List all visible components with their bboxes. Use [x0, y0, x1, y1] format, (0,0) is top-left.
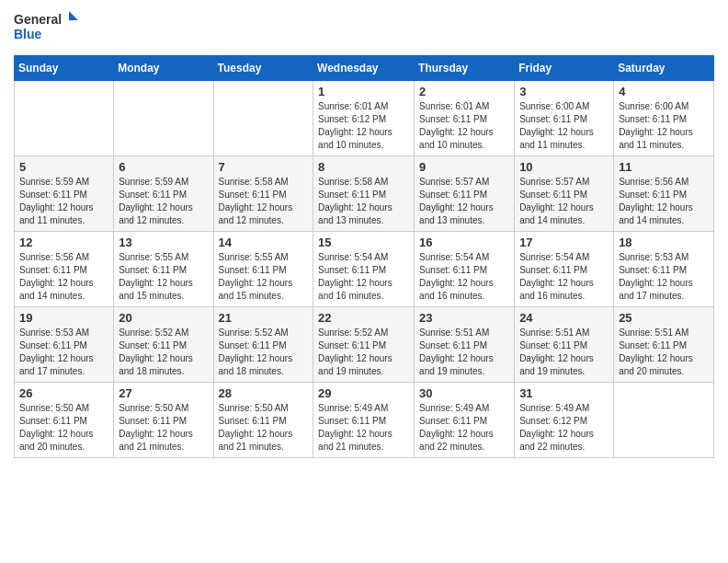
calendar-cell: 30Sunrise: 5:49 AM Sunset: 6:11 PM Dayli… [415, 383, 515, 458]
day-number: 9 [419, 160, 509, 174]
day-info: Sunrise: 6:00 AM Sunset: 6:11 PM Dayligh… [519, 100, 609, 152]
day-number: 1 [318, 85, 409, 98]
calendar-cell: 9Sunrise: 5:57 AM Sunset: 6:11 PM Daylig… [415, 156, 515, 232]
day-number: 3 [519, 85, 609, 98]
calendar-cell: 14Sunrise: 5:55 AM Sunset: 6:11 PM Dayli… [213, 232, 313, 307]
calendar-cell: 8Sunrise: 5:58 AM Sunset: 6:11 PM Daylig… [313, 156, 415, 232]
day-info: Sunrise: 5:57 AM Sunset: 6:11 PM Dayligh… [419, 176, 509, 227]
day-info: Sunrise: 6:01 AM Sunset: 6:12 PM Dayligh… [318, 100, 409, 152]
day-info: Sunrise: 5:58 AM Sunset: 6:11 PM Dayligh… [219, 176, 309, 227]
day-number: 14 [219, 236, 309, 249]
day-info: Sunrise: 5:54 AM Sunset: 6:11 PM Dayligh… [318, 251, 409, 303]
day-number: 26 [19, 386, 108, 400]
calendar-cell: 12Sunrise: 5:56 AM Sunset: 6:11 PM Dayli… [15, 232, 114, 307]
day-info: Sunrise: 5:55 AM Sunset: 6:11 PM Dayligh… [119, 251, 208, 303]
day-number: 17 [519, 236, 609, 249]
day-number: 11 [619, 160, 709, 174]
logo: General Blue [14, 9, 78, 48]
svg-text:Blue: Blue [14, 27, 42, 41]
calendar-cell: 4Sunrise: 6:00 AM Sunset: 6:11 PM Daylig… [614, 81, 714, 156]
svg-text:General: General [14, 12, 62, 27]
weekday-header: Wednesday [313, 56, 415, 81]
calendar-cell: 13Sunrise: 5:55 AM Sunset: 6:11 PM Dayli… [114, 232, 213, 307]
calendar-cell: 5Sunrise: 5:59 AM Sunset: 6:11 PM Daylig… [15, 156, 114, 232]
day-info: Sunrise: 5:54 AM Sunset: 6:11 PM Dayligh… [519, 251, 609, 303]
calendar-cell: 25Sunrise: 5:51 AM Sunset: 6:11 PM Dayli… [614, 307, 714, 383]
calendar-cell: 16Sunrise: 5:54 AM Sunset: 6:11 PM Dayli… [415, 232, 515, 307]
calendar-week-row: 1Sunrise: 6:01 AM Sunset: 6:12 PM Daylig… [15, 81, 714, 156]
day-number: 24 [519, 311, 609, 325]
day-number: 5 [19, 160, 108, 174]
day-number: 22 [318, 311, 409, 325]
day-number: 16 [419, 236, 509, 249]
day-number: 20 [119, 311, 208, 325]
calendar-cell: 11Sunrise: 5:56 AM Sunset: 6:11 PM Dayli… [614, 156, 714, 232]
calendar-cell: 26Sunrise: 5:50 AM Sunset: 6:11 PM Dayli… [15, 383, 114, 458]
calendar-cell: 20Sunrise: 5:52 AM Sunset: 6:11 PM Dayli… [114, 307, 213, 383]
day-info: Sunrise: 5:54 AM Sunset: 6:11 PM Dayligh… [419, 251, 509, 303]
calendar-cell: 22Sunrise: 5:52 AM Sunset: 6:11 PM Dayli… [313, 307, 415, 383]
calendar-cell: 17Sunrise: 5:54 AM Sunset: 6:11 PM Dayli… [515, 232, 614, 307]
day-info: Sunrise: 5:50 AM Sunset: 6:11 PM Dayligh… [19, 402, 108, 454]
calendar-cell: 31Sunrise: 5:49 AM Sunset: 6:12 PM Dayli… [515, 383, 614, 458]
calendar-cell: 29Sunrise: 5:49 AM Sunset: 6:11 PM Dayli… [313, 383, 415, 458]
weekday-header: Sunday [15, 56, 114, 81]
weekday-header: Thursday [415, 56, 515, 81]
calendar-cell: 6Sunrise: 5:59 AM Sunset: 6:11 PM Daylig… [114, 156, 213, 232]
weekday-header: Friday [515, 56, 614, 81]
day-info: Sunrise: 5:56 AM Sunset: 6:11 PM Dayligh… [19, 251, 108, 303]
day-info: Sunrise: 5:52 AM Sunset: 6:11 PM Dayligh… [119, 327, 208, 378]
calendar-cell: 15Sunrise: 5:54 AM Sunset: 6:11 PM Dayli… [313, 232, 415, 307]
calendar-cell: 19Sunrise: 5:53 AM Sunset: 6:11 PM Dayli… [15, 307, 114, 383]
day-info: Sunrise: 5:58 AM Sunset: 6:11 PM Dayligh… [318, 176, 409, 227]
weekday-header: Tuesday [213, 56, 313, 81]
day-number: 28 [219, 386, 309, 400]
weekday-header: Saturday [614, 56, 714, 81]
calendar-cell: 7Sunrise: 5:58 AM Sunset: 6:11 PM Daylig… [213, 156, 313, 232]
day-number: 23 [419, 311, 509, 325]
day-info: Sunrise: 5:49 AM Sunset: 6:12 PM Dayligh… [519, 402, 609, 454]
calendar-cell [614, 383, 714, 458]
calendar-cell [15, 81, 114, 156]
day-number: 19 [19, 311, 108, 325]
day-number: 7 [219, 160, 309, 174]
day-info: Sunrise: 5:49 AM Sunset: 6:11 PM Dayligh… [419, 402, 509, 454]
calendar-cell: 27Sunrise: 5:50 AM Sunset: 6:11 PM Dayli… [114, 383, 213, 458]
day-number: 8 [318, 160, 409, 174]
day-info: Sunrise: 5:55 AM Sunset: 6:11 PM Dayligh… [219, 251, 309, 303]
calendar-cell: 2Sunrise: 6:01 AM Sunset: 6:11 PM Daylig… [415, 81, 515, 156]
logo-svg: General Blue [14, 9, 78, 48]
page-header: General Blue [14, 9, 714, 48]
day-number: 10 [519, 160, 609, 174]
day-number: 25 [619, 311, 709, 325]
day-number: 21 [219, 311, 309, 325]
weekday-header: Monday [114, 56, 213, 81]
calendar-cell [213, 81, 313, 156]
calendar-cell: 18Sunrise: 5:53 AM Sunset: 6:11 PM Dayli… [614, 232, 714, 307]
day-info: Sunrise: 5:56 AM Sunset: 6:11 PM Dayligh… [619, 176, 709, 227]
day-number: 18 [619, 236, 709, 249]
day-info: Sunrise: 5:49 AM Sunset: 6:11 PM Dayligh… [318, 402, 409, 454]
day-number: 2 [419, 85, 509, 98]
calendar-cell: 3Sunrise: 6:00 AM Sunset: 6:11 PM Daylig… [515, 81, 614, 156]
calendar-cell [114, 81, 213, 156]
day-number: 27 [119, 386, 208, 400]
day-info: Sunrise: 5:53 AM Sunset: 6:11 PM Dayligh… [619, 251, 709, 303]
day-number: 6 [119, 160, 208, 174]
calendar-cell: 23Sunrise: 5:51 AM Sunset: 6:11 PM Dayli… [415, 307, 515, 383]
day-number: 12 [19, 236, 108, 249]
day-info: Sunrise: 5:51 AM Sunset: 6:11 PM Dayligh… [519, 327, 609, 378]
calendar-week-row: 26Sunrise: 5:50 AM Sunset: 6:11 PM Dayli… [15, 383, 714, 458]
day-number: 4 [619, 85, 709, 98]
day-number: 31 [519, 386, 609, 400]
day-info: Sunrise: 5:51 AM Sunset: 6:11 PM Dayligh… [619, 327, 709, 378]
day-number: 30 [419, 386, 509, 400]
day-info: Sunrise: 5:53 AM Sunset: 6:11 PM Dayligh… [19, 327, 108, 378]
calendar-cell: 28Sunrise: 5:50 AM Sunset: 6:11 PM Dayli… [213, 383, 313, 458]
svg-marker-2 [69, 11, 78, 20]
day-number: 13 [119, 236, 208, 249]
day-info: Sunrise: 5:57 AM Sunset: 6:11 PM Dayligh… [519, 176, 609, 227]
calendar-cell: 10Sunrise: 5:57 AM Sunset: 6:11 PM Dayli… [515, 156, 614, 232]
day-info: Sunrise: 6:01 AM Sunset: 6:11 PM Dayligh… [419, 100, 509, 152]
calendar-week-row: 12Sunrise: 5:56 AM Sunset: 6:11 PM Dayli… [15, 232, 714, 307]
